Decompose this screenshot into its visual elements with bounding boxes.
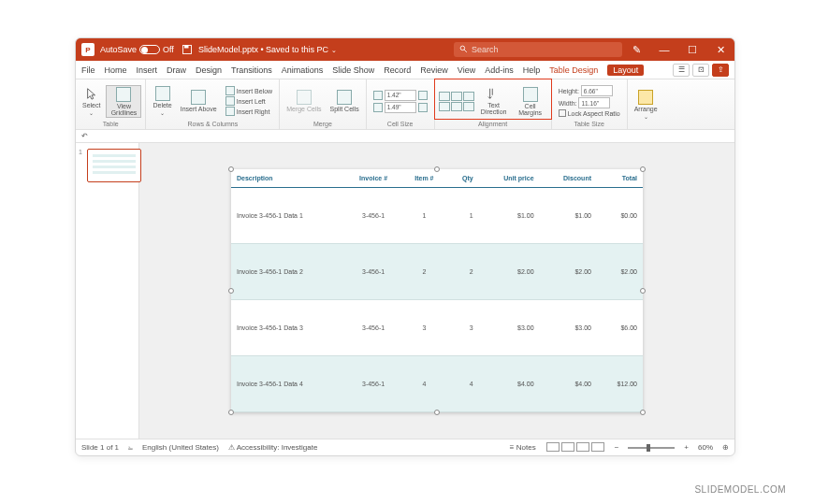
table-cell[interactable]: 3: [402, 300, 446, 356]
select-button[interactable]: Select⌄: [80, 86, 103, 117]
catchup-icon[interactable]: ⊡: [692, 64, 709, 77]
insert-below-button[interactable]: Insert Below: [225, 86, 273, 95]
tab-help[interactable]: Help: [523, 65, 541, 75]
zoom-slider[interactable]: [628, 447, 675, 449]
table-cell[interactable]: $2.00: [540, 244, 597, 300]
selection-handle[interactable]: [228, 288, 234, 294]
align-top-icon[interactable]: [439, 102, 450, 111]
table-row[interactable]: Invoice 3-456-1 Data 23-456-122$2.00$2.0…: [231, 244, 643, 300]
zoom-out-button[interactable]: −: [615, 443, 619, 452]
table-cell[interactable]: 1: [402, 188, 446, 244]
table-row[interactable]: Invoice 3-456-1 Data 33-456-133$3.00$3.0…: [231, 300, 643, 356]
notes-button[interactable]: ≡ Notes: [510, 443, 536, 452]
merge-cells-button[interactable]: Merge Cells: [283, 89, 324, 113]
row-height-input[interactable]: 1.42": [385, 90, 416, 101]
table-cell[interactable]: $2.00: [597, 244, 643, 300]
tab-layout[interactable]: Layout: [607, 65, 644, 76]
table-cell[interactable]: Invoice 3-456-1 Data 3: [231, 300, 344, 356]
selection-handle[interactable]: [228, 410, 234, 415]
insert-right-button[interactable]: Insert Right: [225, 107, 270, 116]
language-status[interactable]: English (United States): [142, 443, 219, 452]
selection-handle[interactable]: [228, 166, 234, 172]
table-cell[interactable]: $1.00: [479, 188, 540, 244]
zoom-level[interactable]: 60%: [698, 443, 713, 452]
thumbnail-panel[interactable]: 1: [76, 143, 139, 439]
table-cell[interactable]: Invoice 3-456-1 Data 4: [231, 356, 344, 412]
lock-aspect-checkbox[interactable]: Lock Aspect Ratio: [559, 109, 620, 117]
selection-handle[interactable]: [434, 166, 440, 172]
table-cell[interactable]: $1.00: [540, 188, 597, 244]
share-button[interactable]: ⇪: [712, 64, 729, 77]
invoice-table[interactable]: Description Invoice # Item # Qty Unit pr…: [231, 169, 643, 412]
col-invoice[interactable]: Invoice #: [344, 169, 401, 188]
tab-transitions[interactable]: Transitions: [231, 65, 272, 75]
table-cell[interactable]: Invoice 3-456-1 Data 1: [231, 188, 344, 244]
table-cell[interactable]: $4.00: [540, 356, 597, 412]
align-right-icon[interactable]: [463, 92, 474, 101]
document-title[interactable]: SlideModel.pptx • Saved to this PC ⌄: [198, 45, 454, 54]
table-cell[interactable]: 4: [446, 356, 479, 412]
table-cell[interactable]: Invoice 3-456-1 Data 2: [231, 244, 344, 300]
split-cells-button[interactable]: Split Cells: [327, 89, 362, 113]
align-bottom-icon[interactable]: [463, 102, 474, 111]
align-left-icon[interactable]: [439, 92, 450, 101]
table-cell[interactable]: 2: [402, 244, 446, 300]
table-cell[interactable]: $0.00: [597, 188, 643, 244]
alignment-buttons[interactable]: [439, 92, 474, 111]
slide-canvas[interactable]: Description Invoice # Item # Qty Unit pr…: [231, 169, 643, 412]
selection-handle[interactable]: [434, 410, 440, 415]
tab-record[interactable]: Record: [384, 65, 411, 75]
cell-margins-button[interactable]: Cell Margins: [514, 86, 547, 117]
tab-file[interactable]: File: [81, 65, 95, 75]
table-cell[interactable]: $6.00: [597, 300, 643, 356]
tab-design[interactable]: Design: [196, 65, 222, 75]
table-height-input[interactable]: 6.66": [581, 85, 613, 96]
table-cell[interactable]: 2: [446, 244, 479, 300]
table-cell[interactable]: 3-456-1: [344, 356, 401, 412]
table-cell[interactable]: 3-456-1: [344, 300, 401, 356]
spellcheck-icon[interactable]: ⎁: [128, 443, 133, 452]
table-cell[interactable]: 3-456-1: [344, 188, 401, 244]
col-qty[interactable]: Qty: [446, 169, 479, 188]
search-box[interactable]: Search: [454, 42, 622, 57]
distribute-cols-icon[interactable]: [418, 103, 428, 112]
selection-handle[interactable]: [640, 166, 646, 172]
col-unitprice[interactable]: Unit price: [479, 169, 540, 188]
tab-addins[interactable]: Add-ins: [485, 65, 514, 75]
insert-above-button[interactable]: Insert Above: [178, 89, 220, 113]
col-discount[interactable]: Discount: [540, 169, 597, 188]
table-cell[interactable]: $4.00: [479, 356, 540, 412]
table-cell[interactable]: $3.00: [540, 300, 597, 356]
text-direction-button[interactable]: Text Direction: [477, 86, 511, 116]
table-cell[interactable]: 3-456-1: [344, 244, 401, 300]
table-cell[interactable]: 3: [446, 300, 479, 356]
minimize-button[interactable]: —: [650, 44, 678, 56]
tab-animations[interactable]: Animations: [282, 65, 324, 75]
arrange-button[interactable]: Arrange⌄: [632, 89, 661, 121]
tab-review[interactable]: Review: [420, 65, 448, 75]
tab-slideshow[interactable]: Slide Show: [332, 65, 374, 75]
col-description[interactable]: Description: [231, 169, 344, 188]
align-middle-icon[interactable]: [451, 102, 462, 111]
autosave-toggle[interactable]: [139, 45, 160, 54]
selection-handle[interactable]: [640, 288, 646, 294]
table-row[interactable]: Invoice 3-456-1 Data 13-456-111$1.00$1.0…: [231, 188, 643, 244]
accessibility-status[interactable]: ⚠ Accessibility: Investigate: [228, 443, 317, 452]
table-width-input[interactable]: 11.16": [578, 97, 610, 108]
zoom-in-button[interactable]: +: [684, 443, 689, 452]
close-button[interactable]: ✕: [706, 44, 734, 56]
view-buttons[interactable]: [545, 442, 605, 454]
undo-icon[interactable]: ↶: [81, 132, 88, 140]
tab-insert[interactable]: Insert: [137, 65, 158, 75]
tab-home[interactable]: Home: [105, 65, 127, 75]
slide-editor[interactable]: Description Invoice # Item # Qty Unit pr…: [139, 143, 734, 439]
slide-counter[interactable]: Slide 1 of 1: [81, 443, 119, 452]
distribute-rows-icon[interactable]: [418, 91, 428, 100]
col-width-input[interactable]: 1.49": [385, 102, 416, 113]
table-cell[interactable]: 4: [402, 356, 446, 412]
tab-draw[interactable]: Draw: [167, 65, 186, 75]
table-row[interactable]: Invoice 3-456-1 Data 43-456-144$4.00$4.0…: [231, 356, 643, 412]
insert-left-button[interactable]: Insert Left: [225, 96, 266, 106]
col-item[interactable]: Item #: [402, 169, 446, 188]
table-cell[interactable]: 1: [446, 188, 479, 244]
